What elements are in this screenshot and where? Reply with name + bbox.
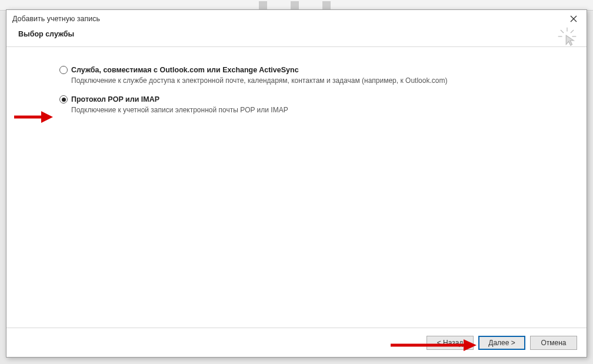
dialog-title: Добавить учетную запись: [12, 15, 565, 23]
dialog-footer: < Назад Далее > Отмена: [6, 328, 587, 357]
svg-line-4: [571, 30, 574, 33]
option-description: Подключение к службе доступа к электронн…: [71, 76, 551, 85]
dialog-header: Выбор службы: [6, 28, 587, 46]
option-outlook-activesync: Служба, совместимая с Outlook.com или Ex…: [59, 66, 551, 85]
dialog-subtitle: Выбор службы: [18, 30, 74, 38]
option-label: Служба, совместимая с Outlook.com или Ex…: [71, 66, 299, 74]
back-button[interactable]: < Назад: [427, 336, 474, 350]
option-label: Протокол POP или IMAP: [71, 95, 159, 103]
add-account-dialog: Добавить учетную запись Выбор службы Слу…: [6, 9, 587, 358]
radio-icon: [59, 95, 68, 103]
radio-option-activesync[interactable]: Служба, совместимая с Outlook.com или Ex…: [59, 66, 551, 74]
svg-line-3: [561, 30, 564, 33]
close-icon: [570, 15, 577, 22]
cancel-button[interactable]: Отмена: [530, 336, 577, 350]
dialog-titlebar: Добавить учетную запись: [6, 10, 587, 28]
option-description: Подключение к учетной записи электронной…: [71, 106, 551, 114]
radio-icon: [59, 66, 68, 74]
radio-option-pop-imap[interactable]: Протокол POP или IMAP: [59, 95, 551, 103]
next-button[interactable]: Далее >: [478, 336, 525, 350]
dialog-content: Служба, совместимая с Outlook.com или Ex…: [6, 47, 587, 328]
close-button[interactable]: [565, 12, 582, 25]
cursor-click-icon: [557, 26, 577, 46]
option-pop-imap: Протокол POP или IMAP Подключение к учет…: [59, 95, 551, 114]
